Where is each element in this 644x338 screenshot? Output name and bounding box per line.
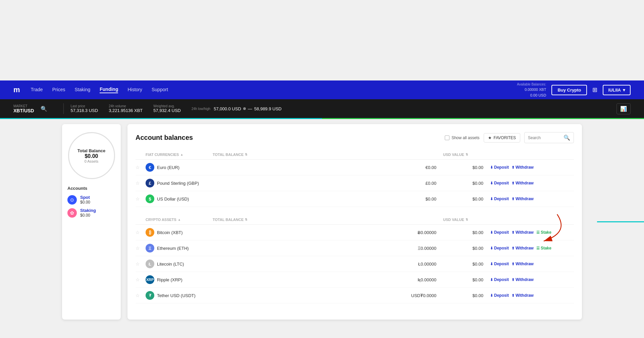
market-label: Market bbox=[13, 104, 34, 108]
favorites-button[interactable]: ★ FAVORITES bbox=[484, 133, 520, 143]
eth-usd: $0.00 bbox=[443, 246, 490, 251]
eth-deposit-link[interactable]: ⬇ Deposit bbox=[490, 246, 509, 250]
volume-value: 3,221.95136 XBT bbox=[109, 108, 143, 113]
star-gbp[interactable]: ☆ bbox=[136, 180, 146, 186]
table-row: ☆ $ US Dollar (USD) $0.00 $0.00 ⬇ Deposi… bbox=[136, 191, 574, 207]
favorites-label: FAVORITES bbox=[494, 135, 516, 140]
search-input[interactable] bbox=[528, 135, 561, 140]
usd-withdraw-link[interactable]: ⬆ Withdraw bbox=[512, 196, 534, 201]
star-ltc[interactable]: ☆ bbox=[136, 261, 146, 267]
lowhigh-label: 24h low/high bbox=[192, 107, 210, 111]
star-btc[interactable]: ☆ bbox=[136, 230, 146, 235]
gbp-currency: £ Pound Sterling (GBP) bbox=[146, 179, 213, 187]
usd-col-header: USD value ⇅ bbox=[443, 153, 490, 157]
nav-support[interactable]: Support bbox=[152, 87, 168, 93]
market-section: Market XBT/USD bbox=[13, 104, 34, 113]
btc-actions: ⬇ Deposit ⬆ Withdraw ☰ Stake bbox=[490, 230, 574, 235]
star-usdt[interactable]: ☆ bbox=[136, 293, 146, 298]
ltc-withdraw-link[interactable]: ⬆ Withdraw bbox=[512, 262, 534, 266]
usd-actions: ⬇ Deposit ⬆ Withdraw bbox=[490, 196, 574, 201]
xrp-balance: Ʀ0.00000 bbox=[213, 277, 443, 282]
eth-withdraw-link[interactable]: ⬆ Withdraw bbox=[512, 246, 534, 250]
show-all-checkbox[interactable] bbox=[445, 135, 449, 140]
staking-account-name: Staking bbox=[80, 208, 96, 213]
lowhigh-stat: 24h low/high 57,000.0 USD — 58,989.9 USD bbox=[192, 106, 282, 111]
usdt-withdraw-link[interactable]: ⬆ Withdraw bbox=[512, 293, 534, 298]
usdt-deposit-link[interactable]: ⬇ Deposit bbox=[490, 293, 509, 298]
volume-stat: 24h volume 3,221.95136 XBT bbox=[109, 104, 143, 113]
balance-col-header: Total balance ⇅ bbox=[213, 153, 443, 157]
star-xrp[interactable]: ☆ bbox=[136, 277, 146, 282]
eur-deposit-link[interactable]: ⬇ Deposit bbox=[490, 165, 509, 170]
nav-trade[interactable]: Trade bbox=[31, 87, 43, 93]
nav-prices[interactable]: Prices bbox=[52, 87, 65, 93]
available-label: Available Balances: bbox=[517, 82, 546, 87]
spot-account[interactable]: ⊙ Spot $0.00 bbox=[67, 195, 115, 205]
nav-funding[interactable]: Funding bbox=[100, 87, 118, 93]
withdraw-icon: ⬆ bbox=[512, 262, 515, 266]
accounts-section: Accounts ⊙ Spot $0.00 ✿ Staking $0.00 bbox=[67, 186, 115, 218]
staking-account[interactable]: ✿ Staking $0.00 bbox=[67, 208, 115, 218]
market-search-icon[interactable]: 🔍 bbox=[41, 106, 47, 112]
spot-account-amount: $0.00 bbox=[80, 200, 90, 205]
star-eth[interactable]: ☆ bbox=[136, 245, 146, 251]
btc-withdraw-link[interactable]: ⬆ Withdraw bbox=[512, 230, 534, 235]
usdt-actions: ⬇ Deposit ⬆ Withdraw bbox=[490, 293, 574, 298]
deposit-icon: ⬇ bbox=[490, 293, 493, 298]
buy-crypto-button[interactable]: Buy Crypto bbox=[551, 85, 587, 95]
ltc-icon: Ł bbox=[146, 260, 154, 268]
search-box[interactable]: 🔍 bbox=[524, 132, 574, 143]
btc-stake-link[interactable]: ☰ Stake bbox=[536, 230, 551, 235]
fiat-currencies-section: FIAT CURRENCIES ▲ Total balance ⇅ USD va… bbox=[136, 150, 574, 207]
usd-deposit-link[interactable]: ⬇ Deposit bbox=[490, 196, 509, 201]
gbp-actions: ⬇ Deposit ⬆ Withdraw bbox=[490, 181, 574, 185]
weighted-label: Weighted avg. bbox=[153, 104, 181, 108]
xrp-icon: XRP bbox=[146, 275, 154, 284]
usd-balance: $0.00 bbox=[213, 196, 443, 202]
nav-history[interactable]: History bbox=[127, 87, 142, 93]
btc-usd: $0.00 bbox=[443, 230, 490, 235]
ltc-name: Litecoin (LTC) bbox=[157, 262, 184, 267]
btc-deposit-link[interactable]: ⬇ Deposit bbox=[490, 230, 509, 235]
usd-name: US Dollar (USD) bbox=[157, 196, 189, 202]
crypto-usd-col-header: USD value ⇅ bbox=[443, 218, 490, 222]
eur-withdraw-link[interactable]: ⬆ Withdraw bbox=[512, 165, 534, 170]
eth-stake-link[interactable]: ☰ Stake bbox=[536, 246, 551, 250]
last-price-value: 57,318.3 USD bbox=[70, 108, 98, 113]
staking-account-amount: $0.00 bbox=[80, 213, 96, 218]
show-all-assets[interactable]: Show all assets bbox=[445, 135, 479, 140]
gbp-icon: £ bbox=[146, 179, 154, 187]
btc-name: Bitcoin (XBT) bbox=[157, 230, 183, 235]
grid-icon[interactable]: ⊞ bbox=[592, 86, 597, 94]
table-row: ☆ XRP Ripple (XRP) Ʀ0.00000 $0.00 ⬇ Depo… bbox=[136, 272, 574, 288]
xrp-deposit-link[interactable]: ⬇ Deposit bbox=[490, 277, 509, 282]
deposit-icon: ⬇ bbox=[490, 230, 493, 235]
chart-button[interactable]: 📊 bbox=[616, 103, 631, 114]
star-usd[interactable]: ☆ bbox=[136, 196, 146, 202]
ltc-balance: Ł0.00000 bbox=[213, 262, 443, 267]
user-name: IULIIA bbox=[608, 88, 621, 93]
gbp-usd: $0.00 bbox=[443, 181, 490, 186]
user-menu-button[interactable]: IULIIA ▾ bbox=[603, 85, 631, 95]
usd-currency: $ US Dollar (USD) bbox=[146, 194, 213, 203]
xrp-withdraw-link[interactable]: ⬆ Withdraw bbox=[512, 277, 534, 282]
table-row: ☆ £ Pound Sterling (GBP) £0.00 $0.00 ⬇ D… bbox=[136, 175, 574, 191]
xrp-name: Ripple (XRP) bbox=[157, 277, 182, 282]
available-xbt: 0.00000 XBT bbox=[517, 87, 546, 93]
main-content: Total Balance $0.00 0 Assets Accounts ⊙ … bbox=[0, 124, 644, 320]
nav-staking[interactable]: Staking bbox=[75, 87, 91, 93]
withdraw-icon: ⬆ bbox=[512, 197, 515, 201]
market-bar: Market XBT/USD 🔍 Last price 57,318.3 USD… bbox=[0, 99, 644, 118]
spot-account-name: Spot bbox=[80, 195, 90, 200]
usdt-currency: ₮ Tether USD (USDT) bbox=[146, 291, 213, 300]
left-panel: Total Balance $0.00 0 Assets Accounts ⊙ … bbox=[62, 124, 121, 320]
gbp-withdraw-link[interactable]: ⬆ Withdraw bbox=[512, 181, 534, 185]
top-navigation: m Trade Prices Staking Funding History S… bbox=[0, 80, 644, 99]
spot-icon: ⊙ bbox=[67, 195, 77, 205]
star-eur[interactable]: ☆ bbox=[136, 165, 146, 170]
gbp-deposit-link[interactable]: ⬇ Deposit bbox=[490, 181, 509, 185]
right-panel: Account balances Show all assets ★ FAVOR… bbox=[127, 124, 582, 320]
withdraw-icon: ⬆ bbox=[512, 181, 515, 185]
logo-icon[interactable]: m bbox=[13, 86, 20, 94]
ltc-deposit-link[interactable]: ⬇ Deposit bbox=[490, 262, 509, 266]
